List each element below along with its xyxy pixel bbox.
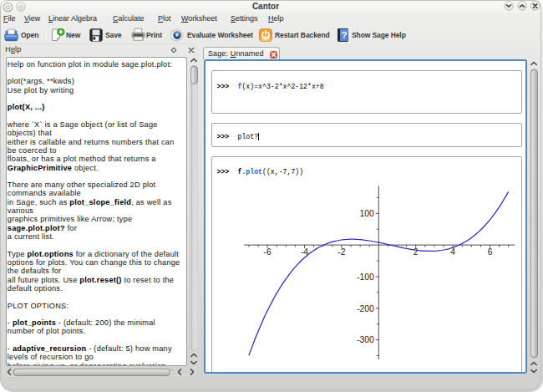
svg-text:4: 4	[450, 247, 455, 257]
svg-text:-2: -2	[337, 247, 345, 257]
svg-text:-300: -300	[357, 335, 374, 344]
svg-text:-100: -100	[357, 272, 374, 282]
svg-text:-200: -200	[357, 304, 374, 313]
svg-text:-6: -6	[264, 247, 272, 257]
svg-text:2: 2	[414, 247, 419, 257]
svg-text:100: 100	[360, 209, 374, 218]
svg-text:?: ?	[341, 30, 347, 40]
svg-text:6: 6	[488, 247, 493, 257]
